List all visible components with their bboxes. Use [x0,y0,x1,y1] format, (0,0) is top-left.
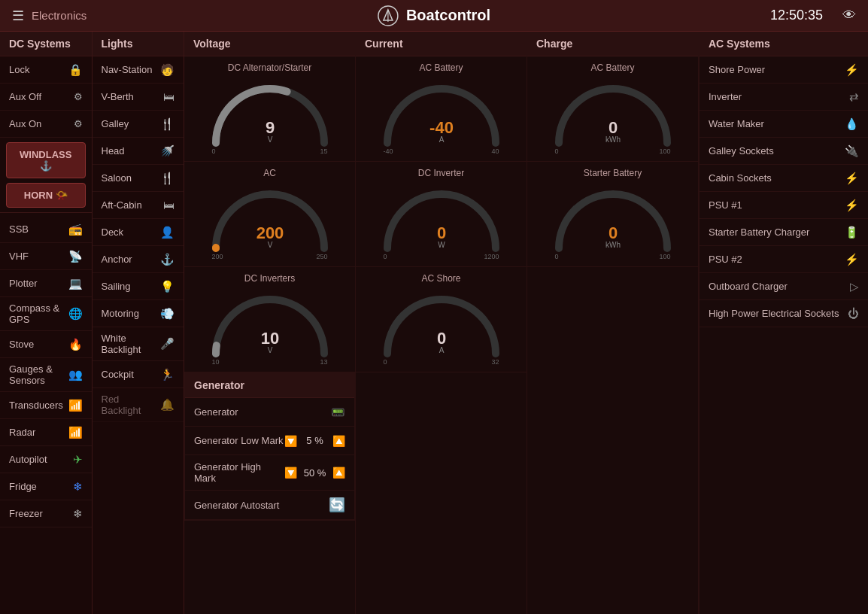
light-red-backlight-row[interactable]: Red Backlight 🔔 [93,388,184,422]
v-berth-icon: 🛏 [163,90,175,103]
light-head-row[interactable]: Head 🚿 [93,138,184,165]
dc-plotter-row[interactable]: Plotter 💻 [0,270,92,297]
light-cockpit-row[interactable]: Cockpit 🏃 [93,361,184,388]
svg-text:A: A [439,346,444,354]
gauges-sensors-icon: 👥 [68,368,83,381]
high-power-sockets-icon: ⏻ [848,307,859,320]
svg-text:V: V [267,135,272,144]
generator-section: Generator Generator 📟 Generator Low Mark… [184,372,355,521]
gauge-ac-voltage: AC 200 V 200 250 [184,162,355,267]
light-aft-cabin-row[interactable]: Aft-Cabin 🛏 [93,192,184,219]
gauge-dc-inverters: DC Inverters 10 V 10 13 [184,267,355,372]
svg-text:0: 0 [436,223,445,242]
light-white-backlight-row[interactable]: White Backlight 🎤 [93,327,184,361]
deck-icon: 👤 [160,226,175,239]
header-left: ☰ Electronics [12,8,86,24]
generator-header: Generator [185,373,354,398]
current-body: AC Battery -40 A -40 40 [356,56,527,614]
dc-freezer-row[interactable]: Freezer ❄ [0,500,92,527]
gauge-ac-battery-charge: AC Battery 0 kWh 0 [527,56,698,162]
lights-panel: Lights Nav-Station 🧑 V-Berth 🛏 Galley 🍴 … [93,32,185,614]
generator-icon: 📟 [331,406,345,419]
ac-galley-sockets-row[interactable]: Galley Sockets 🔌 [700,138,868,165]
generator-autostart-row[interactable]: Generator Autostart 🔄 [185,491,354,520]
svg-text:-40: -40 [429,118,454,137]
lights-list: Nav-Station 🧑 V-Berth 🛏 Galley 🍴 Head 🚿 … [93,56,184,614]
current-section: Current AC Battery -40 A [356,32,527,614]
svg-text:9: 9 [265,118,274,137]
ac-shore-power-row[interactable]: Shore Power ⚡ [700,56,868,84]
ac-psu2-row[interactable]: PSU #2 ⚡ [700,246,868,273]
outboard-charger-icon: ▷ [850,280,859,293]
dc-compass-gps-row[interactable]: Compass & GPS 🌐 [0,297,92,331]
eye-icon[interactable]: 👁 [842,8,856,23]
app-title: Boatcontrol [406,7,490,24]
high-mark-up-button[interactable]: 🔼 [332,467,345,479]
head-icon: 🚿 [160,144,175,158]
low-mark-up-button[interactable]: 🔼 [332,435,345,447]
svg-text:10: 10 [260,329,278,348]
dc-lock-row[interactable]: Lock 🔒 [0,56,92,84]
dc-fridge-row[interactable]: Fridge ❄ [0,473,92,500]
light-nav-station-row[interactable]: Nav-Station 🧑 [93,56,184,84]
horn-button[interactable]: HORN 📯 [6,183,86,208]
cockpit-icon: 🏃 [160,368,175,381]
ac-psu1-row[interactable]: PSU #1 ⚡ [700,192,868,219]
light-saloon-row[interactable]: Saloon 🍴 [93,165,184,192]
light-v-berth-row[interactable]: V-Berth 🛏 [93,84,184,111]
autostart-icon: 🔄 [329,497,345,513]
svg-text:0: 0 [436,329,445,348]
dc-systems-panel: DC Systems Lock 🔒 Aux Off ⚙ Aux On ⚙ WIN… [0,32,93,614]
dc-aux-on-row[interactable]: Aux On ⚙ [0,111,92,138]
ac-water-maker-row[interactable]: Water Maker 💧 [700,111,868,138]
gauge-dc-alternator: DC Alternator/Starter 9 V 0 15 [184,56,355,162]
generator-low-mark-row[interactable]: Generator Low Mark 🔽 5 % 🔼 [185,427,354,455]
gauge-ac-shore-svg: 0 A [374,290,509,357]
low-mark-down-button[interactable]: 🔽 [284,435,297,447]
ac-inverter-row[interactable]: Inverter ⇄ [700,84,868,111]
gauge-starter-battery-charge: Starter Battery 0 kWh 0 [527,162,698,267]
autopilot-icon: ✈ [73,453,83,467]
dc-gauges-sensors-row[interactable]: Gauges & Sensors 👥 [0,358,92,392]
lock-icon: 🔒 [68,63,83,77]
ac-outboard-charger-row[interactable]: Outboard Charger ▷ [700,273,868,300]
dc-vhf-row[interactable]: VHF 📡 [0,243,92,270]
menu-icon[interactable]: ☰ [12,8,24,24]
clock-display: 12:50:35 [770,8,823,23]
dc-transducers-row[interactable]: Transducers 📶 [0,392,92,419]
dc-stove-row[interactable]: Stove 🔥 [0,331,92,358]
boat-logo-icon [378,5,399,26]
generator-row[interactable]: Generator 📟 [185,398,354,427]
generator-high-mark-row[interactable]: Generator High Mark 🔽 50 % 🔼 [185,455,354,491]
ac-high-power-sockets-row[interactable]: High Power Electrical Sockets ⏻ [700,300,868,327]
gauge-ac-battery-current: AC Battery -40 A -40 40 [356,56,527,162]
light-motoring-row[interactable]: Motoring 💨 [93,300,184,327]
ac-cabin-sockets-row[interactable]: Cabin Sockets ⚡ [700,165,868,192]
cabin-sockets-icon: ⚡ [845,172,859,185]
gauges-area: Voltage DC Alternator/Starter 9 V [184,32,868,614]
svg-text:V: V [267,346,272,354]
ac-starter-battery-charger-row[interactable]: Starter Battery Charger 🔋 [700,219,868,246]
voltage-section: Voltage DC Alternator/Starter 9 V [184,32,356,614]
sailing-icon: 💡 [160,280,175,293]
dc-radar-row[interactable]: Radar 📶 [0,419,92,446]
light-galley-row[interactable]: Galley 🍴 [93,111,184,138]
dc-aux-off-row[interactable]: Aux Off ⚙ [0,84,92,111]
light-deck-row[interactable]: Deck 👤 [93,219,184,246]
voltage-header: Voltage [184,32,355,56]
menu-label: Electronics [32,9,86,22]
gauge-ac-svg: 200 V [202,184,338,252]
shore-power-icon: ⚡ [845,63,859,77]
high-mark-down-button[interactable]: 🔽 [284,467,297,479]
light-anchor-row[interactable]: Anchor ⚓ [93,246,184,273]
right-area: Charge AC Battery 0 kW [527,32,868,614]
water-maker-icon: 💧 [845,117,859,131]
motoring-icon: 💨 [160,307,175,321]
dc-ssb-row[interactable]: SSB 📻 [0,216,92,243]
windlass-button[interactable]: WINDLASS ⚓ [6,142,86,178]
dc-autopilot-row[interactable]: Autopilot ✈ [0,446,92,473]
light-sailing-row[interactable]: Sailing 💡 [93,273,184,300]
gauge-ac-battery-svg: -40 A [374,79,509,147]
stove-icon: 🔥 [68,338,83,351]
svg-text:kWh: kWh [605,241,621,249]
